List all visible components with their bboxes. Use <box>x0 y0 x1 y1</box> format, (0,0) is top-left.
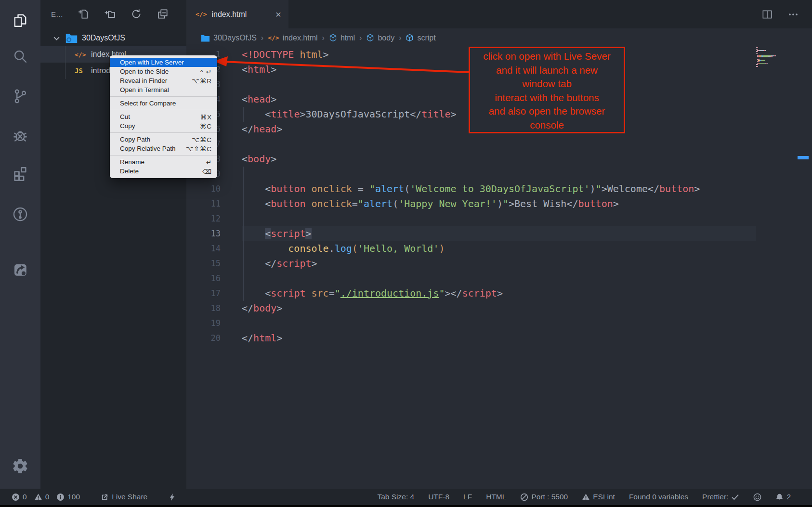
menu-item-delete[interactable]: Delete⌫ <box>110 167 217 176</box>
code-line-14[interactable]: 14 console.log('Hello, World') <box>186 241 812 256</box>
chevron-down-icon <box>52 34 61 43</box>
breadcrumb-item-html[interactable]: html <box>329 34 355 42</box>
code-text: <title>30DaysOfJavaScript</title> <box>242 107 457 122</box>
sidebar-item-folder-root[interactable]: 30DaysOfJS <box>40 30 186 46</box>
menu-item-copy[interactable]: Copy⌘C <box>110 121 217 130</box>
code-line-13[interactable]: 13 <script> <box>186 226 812 241</box>
tab-label: index.html <box>211 10 247 19</box>
line-number[interactable]: 15 <box>186 256 242 271</box>
settings-icon[interactable] <box>9 455 32 478</box>
line-number[interactable]: 18 <box>186 301 242 316</box>
remote-icon[interactable] <box>9 203 32 226</box>
code-text: <!DOCTYPE html> <box>242 47 329 62</box>
status-found-0-variables[interactable]: Found 0 variables <box>629 493 688 501</box>
search-icon[interactable] <box>9 45 32 68</box>
breadcrumb-item-30daysofjs[interactable]: 30DaysOfJS <box>201 34 257 42</box>
code-line-11[interactable]: 11 <button onclick="alert('Happy New Yea… <box>186 196 812 211</box>
breadcrumb-item-body[interactable]: body <box>366 34 394 42</box>
line-number[interactable]: 14 <box>186 241 242 256</box>
code-text: </body> <box>242 301 282 316</box>
breadcrumb-item-script[interactable]: script <box>406 34 435 42</box>
menu-separator <box>110 96 217 97</box>
status-eslint[interactable]: ESLint <box>582 493 615 501</box>
code-line-10[interactable]: 10 <button onclick = "alert('Welcome to … <box>186 182 812 196</box>
line-number[interactable]: 11 <box>186 196 242 211</box>
warning-icon <box>34 493 42 501</box>
annotation-line: window tab <box>470 77 624 91</box>
status-0[interactable]: 0 <box>12 493 27 501</box>
menu-item-reveal-in-finder[interactable]: Reveal in Finder⌥⌘R <box>110 76 217 85</box>
run-debug-icon[interactable] <box>9 124 32 147</box>
line-number[interactable]: 16 <box>186 271 242 286</box>
close-icon[interactable]: × <box>275 9 281 19</box>
status-live-share[interactable]: Live Share <box>101 493 147 501</box>
status-utf-8[interactable]: UTF-8 <box>428 493 449 501</box>
refresh-icon[interactable] <box>130 8 143 20</box>
menu-item-copy-path[interactable]: Copy Path⌥⌘C <box>110 135 217 144</box>
code-line-8[interactable]: 8<body> <box>186 152 812 167</box>
live-share-icon[interactable] <box>9 258 32 281</box>
indent-guide <box>243 167 244 182</box>
menu-item-open-with-live-server[interactable]: Open with Live Server <box>110 58 217 67</box>
status-0[interactable]: 0 <box>34 493 50 501</box>
collapse-all-icon[interactable] <box>157 8 169 20</box>
status-html[interactable]: HTML <box>486 493 506 501</box>
menu-item-copy-relative-path[interactable]: Copy Relative Path⌥⇧⌘C <box>110 144 217 153</box>
line-number[interactable]: 13 <box>186 226 242 241</box>
status-2[interactable]: 2 <box>775 493 791 501</box>
menu-shortcut: ⌥⌘R <box>192 77 212 85</box>
code-line-9[interactable]: 9 <box>186 167 812 182</box>
split-editor-icon[interactable] <box>761 8 773 21</box>
code-text: console.log('Hello, World') <box>242 241 445 256</box>
explorer-icon[interactable] <box>9 9 32 32</box>
line-number[interactable]: 20 <box>186 331 242 346</box>
export-icon <box>101 493 109 501</box>
menu-item-rename[interactable]: Rename↵ <box>110 157 217 167</box>
check-icon <box>731 493 739 501</box>
minimap[interactable] <box>756 46 796 67</box>
symbol-cube-icon <box>366 34 374 42</box>
warning-icon <box>582 493 590 501</box>
symbol-cube-icon <box>406 34 414 42</box>
code-line-19[interactable]: 19 <box>186 316 812 331</box>
status-smiley[interactable] <box>753 493 761 501</box>
more-actions-icon[interactable] <box>787 8 799 21</box>
code-line-15[interactable]: 15 </script> <box>186 256 812 271</box>
code-line-7[interactable]: 7 <box>186 137 812 152</box>
code-line-17[interactable]: 17 <script src="./introduction.js"></scr… <box>186 286 812 301</box>
code-text: <script src="./introduction.js"></script… <box>242 286 503 301</box>
status-tab-size-4[interactable]: Tab Size: 4 <box>377 493 414 501</box>
new-file-icon[interactable] <box>77 8 90 20</box>
status-lf[interactable]: LF <box>463 493 472 501</box>
code-line-18[interactable]: 18</body> <box>186 301 812 316</box>
menu-separator <box>110 155 217 156</box>
line-number[interactable]: 12 <box>186 211 242 226</box>
bell-icon <box>775 493 784 501</box>
line-number[interactable]: 19 <box>186 316 242 331</box>
menu-item-open-in-terminal[interactable]: Open in Terminal <box>110 85 217 94</box>
status-100[interactable]: 100 <box>56 493 80 501</box>
line-number[interactable]: 10 <box>186 182 242 196</box>
indent-guide <box>243 241 244 256</box>
status-port-5500[interactable]: Port : 5500 <box>520 493 568 501</box>
status-bolt[interactable] <box>168 493 176 501</box>
line-number[interactable]: 17 <box>186 286 242 301</box>
menu-item-cut[interactable]: Cut⌘X <box>110 112 217 121</box>
code-line-12[interactable]: 12 <box>186 211 812 226</box>
status-prettier-[interactable]: Prettier: <box>702 493 739 501</box>
breadcrumb-separator: › <box>399 34 401 42</box>
menu-shortcut: ⌘C <box>200 122 212 130</box>
tab-index-html[interactable]: </> index.html × <box>186 0 288 28</box>
menu-item-select-for-compare[interactable]: Select for Compare <box>110 99 217 108</box>
extensions-icon[interactable] <box>9 162 32 185</box>
menu-item-open-to-the-side[interactable]: Open to the Side^ ↵ <box>110 67 217 76</box>
code-line-16[interactable]: 16 <box>186 271 812 286</box>
overview-ruler-mark <box>798 156 809 159</box>
code-line-20[interactable]: 20</html> <box>186 331 812 346</box>
new-folder-icon[interactable] <box>104 8 116 20</box>
breadcrumb-item-index-html[interactable]: </>index.html <box>268 34 317 42</box>
code-text: <html> <box>242 62 276 77</box>
source-control-icon[interactable] <box>9 85 32 108</box>
menu-shortcut: ↵ <box>206 158 212 166</box>
indent-guide <box>243 196 244 211</box>
